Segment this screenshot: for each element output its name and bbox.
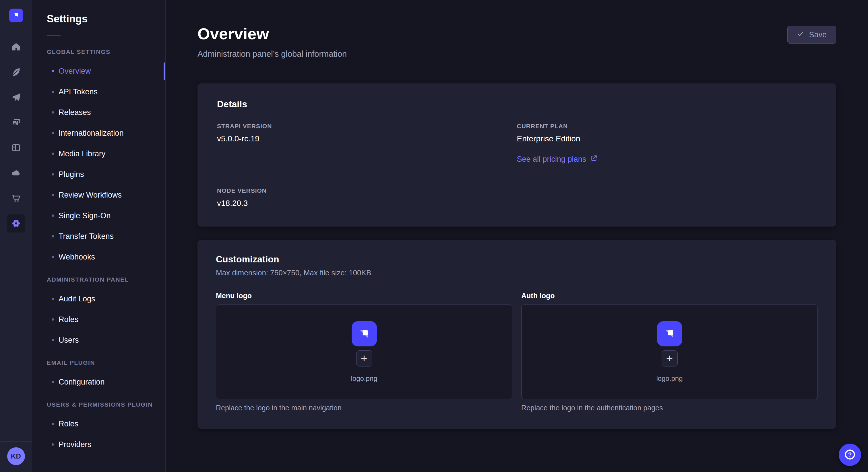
auth-logo-caption: Replace the logo in the authentication p…	[521, 404, 818, 412]
main-content: Overview Administration panel’s global i…	[166, 0, 868, 472]
sidebar-item-review-workflows[interactable]: Review Workflows	[32, 185, 165, 205]
strapi-version-label: STRAPI VERSION	[217, 123, 517, 130]
send-icon[interactable]	[7, 88, 25, 106]
menu-logo-label: Menu logo	[216, 292, 513, 300]
help-button[interactable]: ?	[839, 444, 861, 466]
bullet-icon	[52, 214, 54, 217]
node-version-value: v18.20.3	[217, 198, 517, 208]
page-subtitle: Administration panel’s global informatio…	[197, 49, 347, 59]
sidebar-item-single-sign-on[interactable]: Single Sign-On	[32, 205, 165, 226]
bullet-icon	[52, 194, 54, 196]
bullet-icon	[52, 256, 54, 258]
auth-logo-add-button[interactable]: +	[662, 350, 678, 367]
bullet-icon	[52, 443, 54, 446]
details-card: Details STRAPI VERSION v5.0.0-rc.19 CURR…	[197, 83, 836, 227]
bullet-icon	[52, 423, 54, 425]
sidebar-item-plugins[interactable]: Plugins	[32, 164, 165, 185]
user-avatar[interactable]: KD	[7, 447, 25, 465]
sidebar-item-email-configuration[interactable]: Configuration	[32, 372, 165, 392]
section-label-users-permissions-plugin: USERS & PERMISSIONS PLUGIN	[47, 401, 165, 408]
bullet-icon	[52, 298, 54, 300]
layout-icon[interactable]	[7, 138, 25, 157]
menu-logo-add-button[interactable]: +	[356, 350, 372, 367]
auth-logo-dropzone[interactable]: + logo.png	[521, 305, 818, 399]
save-button[interactable]: Save	[787, 26, 836, 43]
rail-divider	[0, 31, 32, 31]
question-mark-icon: ?	[844, 448, 856, 462]
sidebar-item-overview[interactable]: Overview	[32, 61, 165, 81]
bullet-icon	[52, 132, 54, 134]
bullet-icon	[52, 91, 54, 93]
main-rail: KD	[0, 0, 32, 472]
bullet-icon	[52, 339, 54, 341]
bullet-icon	[52, 70, 54, 72]
bullet-icon	[52, 318, 54, 321]
strapi-version-value: v5.0.0-rc.19	[217, 134, 517, 144]
auth-logo-field: Auth logo + logo.png	[521, 292, 818, 412]
sidebar-item-releases[interactable]: Releases	[32, 102, 165, 123]
customization-card-title: Customization	[216, 254, 818, 265]
menu-logo-field: Menu logo + logo.png	[216, 292, 513, 412]
bullet-icon	[52, 111, 54, 113]
sidebar-item-api-tokens[interactable]: API Tokens	[32, 81, 165, 102]
section-label-email-plugin: EMAIL PLUGIN	[47, 359, 165, 367]
media-library-icon[interactable]	[7, 113, 25, 132]
subnav-title: Settings	[47, 12, 165, 25]
current-plan-field: CURRENT PLAN Enterprise Edition See all …	[517, 123, 817, 164]
customization-constraints: Max dimension: 750×750, Max file size: 1…	[216, 268, 818, 277]
plus-icon: +	[361, 353, 367, 364]
bullet-icon	[52, 153, 54, 155]
details-card-title: Details	[217, 98, 817, 110]
pricing-plans-link[interactable]: See all pricing plans	[517, 155, 598, 164]
sidebar-item-media-library[interactable]: Media Library	[32, 143, 165, 164]
sidebar-item-webhooks[interactable]: Webhooks	[32, 247, 165, 267]
sidebar-item-admin-users[interactable]: Users	[32, 330, 165, 350]
settings-icon[interactable]	[7, 214, 25, 233]
subnav-title-divider	[47, 35, 61, 36]
node-version-label: NODE VERSION	[217, 187, 517, 194]
sidebar-item-audit-logs[interactable]: Audit Logs	[32, 289, 165, 309]
auth-logo-filename: logo.png	[656, 374, 683, 382]
auth-logo-preview	[657, 321, 682, 346]
auth-logo-label: Auth logo	[521, 292, 818, 300]
strapi-logo-button[interactable]	[9, 9, 23, 22]
menu-logo-caption: Replace the logo in the main navigation	[216, 404, 513, 412]
cloud-icon[interactable]	[7, 164, 25, 182]
sidebar-item-internationalization[interactable]: Internationalization	[32, 123, 165, 143]
settings-subnav: Settings GLOBAL SETTINGS Overview API To…	[32, 0, 166, 472]
section-label-administration-panel: ADMINISTRATION PANEL	[47, 276, 165, 283]
bullet-icon	[52, 235, 54, 237]
check-icon	[797, 30, 804, 40]
svg-text:?: ?	[848, 451, 851, 458]
external-link-icon	[590, 155, 598, 164]
section-label-global-settings: GLOBAL SETTINGS	[47, 48, 165, 56]
current-plan-label: CURRENT PLAN	[517, 123, 817, 130]
home-icon[interactable]	[7, 38, 25, 56]
bullet-icon	[52, 173, 54, 175]
menu-logo-preview	[352, 321, 377, 346]
sidebar-item-transfer-tokens[interactable]: Transfer Tokens	[32, 226, 165, 247]
cart-icon[interactable]	[7, 189, 25, 207]
rail-bottom-divider	[0, 441, 32, 442]
feather-icon[interactable]	[7, 63, 25, 81]
current-plan-value: Enterprise Edition	[517, 134, 817, 144]
page-title: Overview	[197, 25, 347, 42]
customization-card: Customization Max dimension: 750×750, Ma…	[197, 240, 836, 429]
sidebar-item-up-roles[interactable]: Roles	[32, 413, 165, 434]
menu-logo-filename: logo.png	[351, 374, 377, 382]
bullet-icon	[52, 381, 54, 383]
sidebar-item-admin-roles[interactable]: Roles	[32, 309, 165, 330]
strapi-version-field: STRAPI VERSION v5.0.0-rc.19	[217, 123, 517, 164]
active-indicator	[164, 63, 165, 80]
sidebar-item-up-providers[interactable]: Providers	[32, 434, 165, 455]
plus-icon: +	[666, 353, 673, 364]
menu-logo-dropzone[interactable]: + logo.png	[216, 305, 513, 399]
strapi-logo-icon	[12, 11, 20, 20]
node-version-field: NODE VERSION v18.20.3	[217, 187, 517, 208]
